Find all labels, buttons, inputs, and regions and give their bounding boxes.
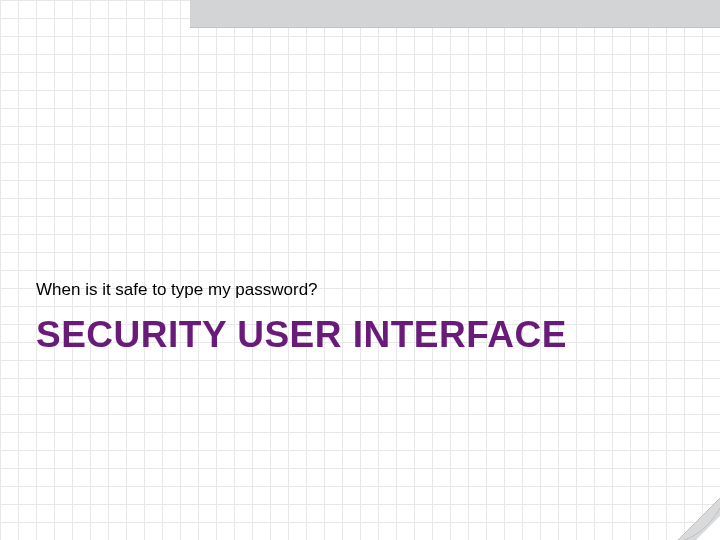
slide-content: When is it safe to type my password? SEC… (36, 280, 690, 356)
top-accent-band (190, 0, 720, 28)
page-curl-icon (678, 498, 720, 540)
slide-grid-background (0, 0, 720, 540)
slide-title: SECURITY USER INTERFACE (36, 314, 690, 356)
slide-subtitle: When is it safe to type my password? (36, 280, 690, 300)
